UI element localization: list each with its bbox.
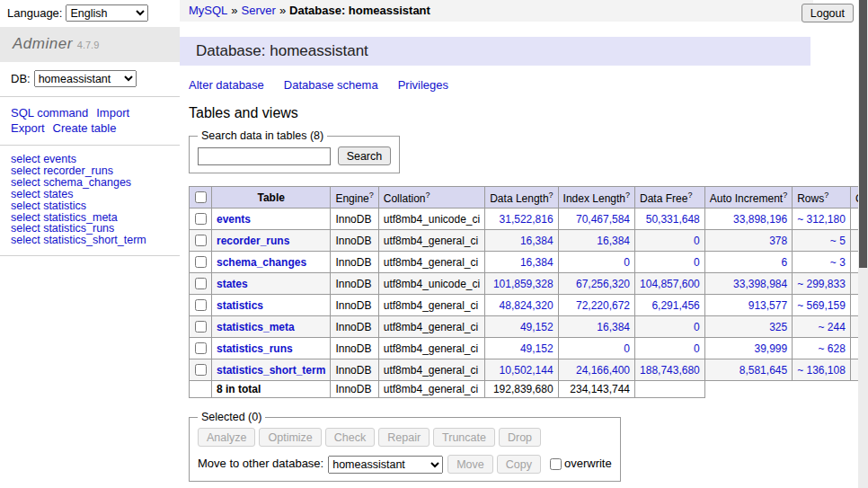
help-link[interactable]: ?	[369, 191, 374, 200]
row-checkbox[interactable]	[195, 235, 207, 246]
help-link[interactable]: ?	[625, 191, 630, 200]
drop-button[interactable]: Drop	[499, 428, 541, 447]
rows-link[interactable]: ~ 312,180	[797, 213, 846, 226]
rows-link[interactable]: ~ 5	[830, 235, 846, 247]
data-length-link[interactable]: 101,859,328	[493, 278, 554, 290]
check-all-checkbox[interactable]	[195, 191, 207, 203]
help-link[interactable]: ?	[824, 191, 828, 200]
index-length-link[interactable]: 70,467,584	[576, 213, 630, 226]
overwrite-checkbox[interactable]	[550, 458, 562, 470]
scrollbar-thumb[interactable]	[859, 0, 867, 268]
data-free-link[interactable]: 0	[694, 256, 700, 269]
rows-link[interactable]: ~ 3	[830, 256, 846, 269]
sidebar-select-schema-changes[interactable]: select schema_changes	[11, 177, 169, 189]
index-length-link[interactable]: 67,256,320	[576, 278, 630, 290]
auto-increment-link[interactable]: 33,398,984	[733, 278, 787, 290]
optimize-button[interactable]: Optimize	[259, 428, 321, 447]
move-db-select[interactable]: homeassistant	[328, 456, 443, 474]
privileges-link[interactable]: Privileges	[398, 78, 448, 92]
rows-link[interactable]: ~ 299,833	[797, 278, 846, 290]
table-link-statistics-short-term[interactable]: statistics_short_term	[217, 364, 325, 377]
data-length-link[interactable]: 49,152	[520, 342, 554, 355]
data-free-link[interactable]: 6,291,456	[651, 299, 699, 312]
data-free-link[interactable]: 0	[694, 235, 700, 247]
auto-increment-link[interactable]: 8,581,645	[740, 364, 787, 377]
scrollbar[interactable]	[858, 0, 868, 488]
data-length-link[interactable]: 31,522,816	[500, 213, 554, 226]
data-free-link[interactable]: 50,331,648	[646, 213, 700, 226]
data-length-link[interactable]: 10,502,144	[500, 364, 554, 377]
sidebar-select-statistics[interactable]: select statistics	[11, 200, 169, 212]
index-length-link[interactable]: 0	[624, 342, 630, 355]
index-length-link[interactable]: 16,384	[597, 235, 630, 247]
auto-increment-link[interactable]: 913,577	[748, 299, 787, 312]
data-length-link[interactable]: 16,384	[520, 235, 554, 247]
move-button[interactable]: Move	[447, 455, 493, 474]
breadcrumb-mysql-link[interactable]: MySQL	[189, 4, 227, 17]
truncate-button[interactable]: Truncate	[433, 428, 495, 447]
table-link-statistics-runs[interactable]: statistics_runs	[217, 342, 293, 355]
row-check-cell	[190, 230, 212, 252]
sidebar-select-states[interactable]: select states	[11, 189, 169, 200]
rows-link[interactable]: ~ 136,108	[797, 364, 846, 377]
copy-button[interactable]: Copy	[497, 455, 541, 474]
breadcrumb-server-link[interactable]: Server	[242, 4, 276, 17]
index-length-link[interactable]: 24,166,400	[576, 364, 630, 377]
check-button[interactable]: Check	[325, 428, 375, 447]
sidebar-select-statistics-short-term[interactable]: select statistics_short_term	[11, 235, 169, 246]
help-link[interactable]: ?	[549, 191, 554, 200]
rows-link[interactable]: ~ 628	[819, 342, 846, 355]
data-free-link[interactable]: 0	[694, 342, 700, 355]
row-checkbox[interactable]	[195, 364, 207, 376]
data-free-link[interactable]: 188,743,680	[640, 364, 700, 377]
data-length-link[interactable]: 48,824,320	[500, 299, 554, 312]
table-link-statistics[interactable]: statistics	[217, 299, 263, 312]
table-link-recorder-runs[interactable]: recorder_runs	[217, 235, 289, 247]
language-select[interactable]: English	[66, 4, 148, 22]
auto-increment-link[interactable]: 6	[781, 256, 787, 269]
sidebar-link-import[interactable]: Import	[96, 106, 129, 120]
data-free-link[interactable]: 0	[694, 321, 700, 333]
rows-link[interactable]: ~ 569,159	[797, 299, 846, 312]
data-length-link[interactable]: 49,152	[520, 321, 554, 333]
table-link-states[interactable]: states	[217, 278, 248, 290]
table-link-statistics-meta[interactable]: statistics_meta	[217, 321, 295, 333]
row-checkbox[interactable]	[195, 342, 207, 354]
table-name-cell: statistics_short_term	[212, 359, 331, 381]
logout-button[interactable]: Logout	[802, 4, 854, 22]
auto-increment-link[interactable]: 378	[769, 235, 787, 247]
sidebar-select-recorder-runs[interactable]: select recorder_runs	[11, 165, 169, 177]
table-link-events[interactable]: events	[217, 213, 251, 226]
alter-database-link[interactable]: Alter database	[189, 78, 264, 92]
data-free-link[interactable]: 104,857,600	[640, 278, 700, 290]
table-link-schema-changes[interactable]: schema_changes	[217, 256, 306, 269]
index-length-link[interactable]: 0	[624, 256, 630, 269]
database-schema-link[interactable]: Database schema	[284, 78, 378, 92]
sidebar-link-export[interactable]: Export	[11, 121, 45, 135]
search-button[interactable]: Search	[338, 146, 392, 165]
auto-increment-link[interactable]: 325	[769, 321, 787, 333]
analyze-button[interactable]: Analyze	[198, 428, 255, 447]
index-length-link[interactable]: 16,384	[597, 321, 630, 333]
row-checkbox[interactable]	[195, 213, 207, 225]
sidebar-link-create-table[interactable]: Create table	[53, 121, 117, 135]
engine-cell: InnoDB	[331, 338, 378, 359]
row-checkbox[interactable]	[195, 299, 207, 311]
sidebar-link-sql-command[interactable]: SQL command	[11, 106, 88, 120]
help-link[interactable]: ?	[425, 191, 430, 200]
auto-increment-link[interactable]: 33,898,196	[733, 213, 787, 226]
repair-button[interactable]: Repair	[378, 428, 430, 447]
auto-increment-link[interactable]: 39,999	[754, 342, 787, 355]
row-checkbox[interactable]	[195, 321, 207, 333]
search-input[interactable]	[198, 147, 331, 165]
row-checkbox[interactable]	[195, 256, 207, 268]
sidebar-select-events[interactable]: select events	[11, 154, 169, 165]
help-link[interactable]: ?	[783, 191, 787, 200]
auto-increment-cell: 33,398,984	[704, 273, 792, 295]
rows-link[interactable]: ~ 244	[819, 321, 846, 333]
db-select[interactable]: homeassistant	[34, 70, 137, 87]
help-link[interactable]: ?	[687, 191, 692, 200]
index-length-link[interactable]: 72,220,672	[576, 299, 630, 312]
row-checkbox[interactable]	[195, 278, 207, 289]
data-length-link[interactable]: 16,384	[520, 256, 554, 269]
